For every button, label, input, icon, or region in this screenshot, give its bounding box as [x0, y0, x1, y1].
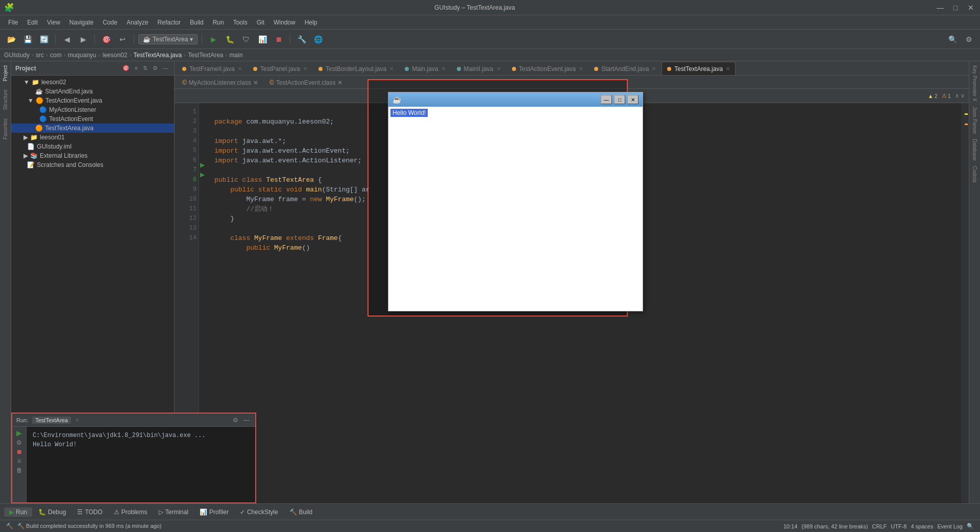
toolbar-open-btn[interactable]: 📂: [4, 32, 18, 46]
menu-file[interactable]: File: [4, 18, 22, 27]
menu-build[interactable]: Build: [186, 18, 208, 27]
status-encoding[interactable]: UTF-8: [891, 523, 906, 529]
menu-run[interactable]: Run: [209, 18, 228, 27]
tree-item-testactioneventclass[interactable]: 🔵 TestActionEvent: [11, 114, 174, 124]
menu-refactor[interactable]: Refactor: [154, 18, 185, 27]
tree-item-leeson01[interactable]: ▶ 📁 leeson01: [11, 133, 174, 142]
tab-testpanel[interactable]: TestPanel.java ✕: [248, 62, 313, 75]
breadcrumb-com[interactable]: com: [50, 52, 62, 59]
menu-code[interactable]: Code: [99, 18, 121, 27]
toolbar-stop-btn[interactable]: ⏹: [272, 32, 286, 46]
project-tool-sort[interactable]: ⇅: [141, 64, 149, 72]
tab-startandend[interactable]: StartAndEnd.java ✕: [589, 62, 662, 75]
tree-item-myactionlistener[interactable]: 🔵 MyActionListener: [11, 105, 174, 114]
project-tool-collapse[interactable]: ≡: [133, 64, 139, 72]
maximize-button[interactable]: □: [950, 4, 961, 12]
tab-close-btn[interactable]: ✕: [652, 66, 656, 71]
tree-item-startandend[interactable]: ☕ StartAndEnd.java: [11, 87, 174, 96]
menu-window[interactable]: Window: [270, 18, 300, 27]
breadcrumb-method[interactable]: main: [230, 52, 243, 59]
menu-analyze[interactable]: Analyze: [122, 18, 153, 27]
tab-main[interactable]: Main.java ✕: [399, 62, 451, 75]
status-search-icon[interactable]: 🔍: [967, 523, 974, 529]
breadcrumb-guistudy[interactable]: GUIstudy: [4, 52, 30, 59]
toolbar-undo-btn[interactable]: ↩: [115, 32, 130, 46]
status-position[interactable]: 10:14: [783, 523, 798, 529]
breadcrumb-class[interactable]: TestTextArea: [188, 52, 223, 59]
minimize-button[interactable]: —: [935, 4, 945, 12]
sidebar-codota[interactable]: Codota: [971, 164, 978, 184]
bottom-terminal-btn[interactable]: ▷ Terminal: [154, 507, 193, 517]
tab-close-btn[interactable]: ✕: [442, 66, 446, 71]
tab-testtextarea[interactable]: TestTextArea.java ✕: [662, 62, 736, 75]
tab-close-btn[interactable]: ✕: [497, 66, 501, 71]
tree-item-testactionevent[interactable]: ▼ 🟠 TestActionEvent.java: [11, 96, 174, 105]
toolbar-search-btn[interactable]: 🔍: [945, 32, 960, 46]
sec-tab-close[interactable]: ✕: [337, 79, 342, 86]
toolbar-profile-btn[interactable]: 📊: [255, 32, 270, 46]
java-win-close[interactable]: ✕: [627, 95, 639, 104]
tree-item-guistudy[interactable]: 📄 GUIstudy.iml: [11, 142, 174, 151]
menu-tools[interactable]: Tools: [229, 18, 252, 27]
run-tool-3[interactable]: ≡: [17, 457, 21, 465]
run-tool-4[interactable]: 🗑: [16, 467, 22, 474]
tree-item-external-libs[interactable]: ▶ 📚 External Libraries: [11, 151, 174, 160]
tree-item-leeson02[interactable]: ▼ 📁 leeson02: [11, 78, 174, 87]
tab-mainii[interactable]: MainII.java ✕: [451, 62, 506, 75]
nav-arrows[interactable]: ∧ ∨: [955, 92, 965, 99]
bottom-run-btn[interactable]: ▶ Run: [4, 507, 32, 517]
sec-tab-close[interactable]: ✕: [253, 79, 258, 86]
run-arrow-7[interactable]: ▶: [200, 161, 205, 168]
run-arrow-8[interactable]: ▶: [200, 171, 205, 178]
bottom-todo-btn[interactable]: ☰ TODO: [72, 507, 107, 517]
menu-view[interactable]: View: [43, 18, 64, 27]
run-tab-close[interactable]: ✕: [75, 417, 79, 423]
run-play-btn[interactable]: ▶: [16, 429, 22, 437]
toolbar-run-btn[interactable]: ▶: [206, 32, 220, 46]
sec-tab-myactionlistener[interactable]: © MyActionListener.class ✕: [177, 76, 264, 88]
tab-close-btn[interactable]: ✕: [726, 66, 730, 71]
toolbar-vcs-btn[interactable]: 🔧: [295, 32, 309, 46]
bottom-problems-btn[interactable]: ⚠ Problems: [109, 507, 153, 517]
menu-help[interactable]: Help: [301, 18, 322, 27]
java-win-max[interactable]: □: [614, 95, 625, 104]
tab-testborderlayout[interactable]: TestBorderLayout.java ✕: [313, 62, 399, 75]
menu-edit[interactable]: Edit: [23, 18, 42, 27]
tree-item-testtextarea[interactable]: 🟠 TestTextArea.java: [11, 124, 174, 133]
run-hide-btn[interactable]: —: [242, 416, 251, 424]
run-tool-1[interactable]: ⚙: [16, 439, 22, 446]
toolbar-translate-btn[interactable]: 🌐: [311, 32, 325, 46]
menu-git[interactable]: Git: [253, 18, 268, 27]
tab-close-btn[interactable]: ✕: [238, 66, 242, 71]
toolbar-sync-btn[interactable]: 🔄: [37, 32, 51, 46]
menu-navigate[interactable]: Navigate: [65, 18, 97, 27]
toolbar-save-btn[interactable]: 💾: [20, 32, 35, 46]
project-tool-locate[interactable]: 🎯: [121, 64, 131, 72]
bottom-checkstyle-btn[interactable]: ✓ CheckStyle: [235, 507, 283, 517]
vtab-favorites[interactable]: Favorites: [2, 114, 9, 143]
run-stop-btn[interactable]: ⏹: [16, 448, 22, 455]
sidebar-json-parser[interactable]: Json Parser: [971, 105, 978, 136]
breadcrumb-muquanyu[interactable]: muquanyu: [68, 52, 96, 59]
tab-testactionevent[interactable]: TestActionEvent.java ✕: [506, 62, 589, 75]
run-tab-label[interactable]: TestTextArea: [32, 417, 71, 424]
toolbar-back-btn[interactable]: ◀: [60, 32, 74, 46]
toolbar-settings-btn[interactable]: ⚙: [962, 32, 976, 46]
tab-close-btn[interactable]: ✕: [303, 66, 307, 71]
toolbar-forward-btn[interactable]: ▶: [76, 32, 90, 46]
vtab-structure[interactable]: Structure: [2, 85, 9, 114]
sidebar-database[interactable]: Database: [971, 137, 978, 163]
java-win-min[interactable]: —: [601, 95, 612, 104]
breadcrumb-src[interactable]: src: [36, 52, 44, 59]
status-indent[interactable]: 4 spaces: [911, 523, 933, 529]
bottom-build-btn[interactable]: 🔨 Build: [284, 507, 318, 517]
vtab-project[interactable]: Project: [2, 61, 9, 85]
sidebar-key-promoter[interactable]: Key Promoter X: [971, 63, 978, 104]
breadcrumb-file[interactable]: TestTextArea.java: [133, 52, 182, 59]
toolbar-debug-btn[interactable]: 🐛: [223, 32, 237, 46]
project-tool-settings[interactable]: ⚙: [151, 64, 159, 72]
sec-tab-testactionevent[interactable]: © TestActionEvent.class ✕: [264, 76, 349, 88]
project-tool-hide[interactable]: —: [161, 64, 170, 72]
run-config-dropdown[interactable]: ☕ TestTextArea ▾: [138, 34, 198, 44]
run-settings-btn[interactable]: ⚙: [231, 416, 240, 424]
